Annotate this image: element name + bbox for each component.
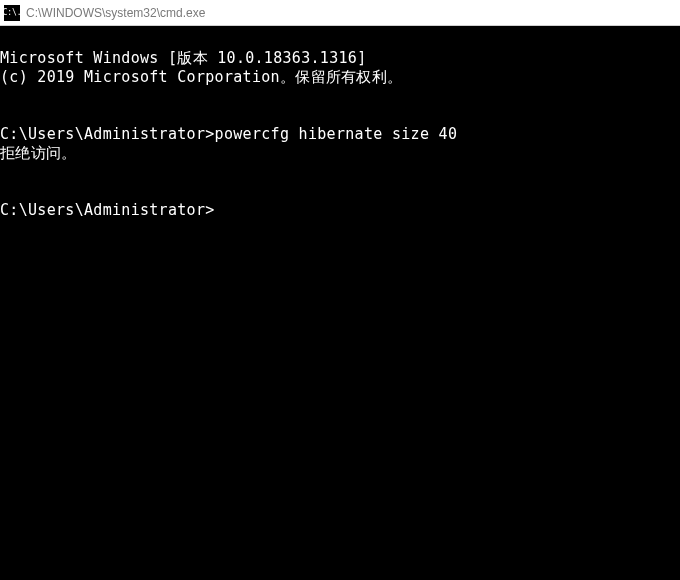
- window-titlebar[interactable]: C:\. C:\WINDOWS\system32\cmd.exe: [0, 0, 680, 26]
- prompt-line-1: C:\Users\Administrator>powercfg hibernat…: [0, 125, 457, 143]
- cmd-icon: C:\.: [4, 5, 20, 21]
- blank-line: [0, 163, 680, 182]
- terminal-output[interactable]: Microsoft Windows [版本 10.0.18363.1316] (…: [0, 26, 680, 580]
- version-line: Microsoft Windows [版本 10.0.18363.1316]: [0, 49, 367, 67]
- cmd-icon-text: C:\.: [2, 9, 21, 17]
- output-line-1: 拒绝访问。: [0, 144, 77, 162]
- prompt-line-2: C:\Users\Administrator>: [0, 201, 215, 219]
- copyright-line: (c) 2019 Microsoft Corporation。保留所有权利。: [0, 68, 402, 86]
- window-title: C:\WINDOWS\system32\cmd.exe: [26, 6, 205, 20]
- prompt-1: C:\Users\Administrator>: [0, 125, 215, 143]
- command-1: powercfg hibernate size 40: [215, 125, 458, 143]
- blank-line: [0, 87, 680, 106]
